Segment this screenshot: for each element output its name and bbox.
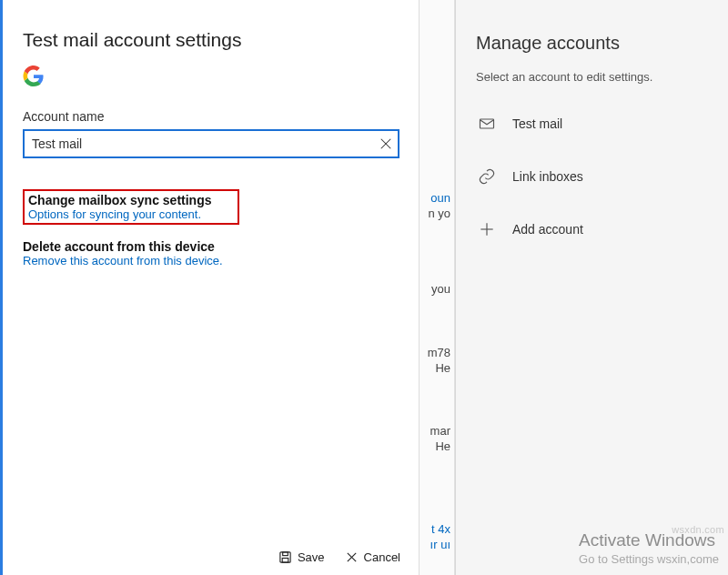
watermark-line1: Activate Windows [579,529,719,552]
cancel-icon [345,550,359,564]
manage-accounts-title: Manage accounts [476,33,712,54]
cancel-label: Cancel [364,550,400,564]
svg-rect-4 [282,558,288,562]
account-settings-panel: Test mail account settings Account name … [0,0,419,575]
save-icon [278,550,292,564]
sync-option-sub: Options for syncing your content. [28,207,234,221]
change-sync-settings-option[interactable]: Change mailbox sync settings Options for… [23,189,239,225]
plus-icon [478,220,496,238]
bg-item: mar He [430,424,450,455]
save-label: Save [298,550,325,564]
delete-account-option[interactable]: Delete account from this device Remove t… [23,239,400,267]
windows-activation-watermark: Activate Windows Go to Settings wsxin,co… [579,529,719,568]
account-name-input[interactable] [23,129,399,158]
google-logo-icon [23,66,45,87]
bg-item: t 4x ır uı [430,522,450,553]
mail-icon [478,115,496,133]
account-item-label: Test mail [512,116,562,131]
manage-accounts-sub: Select an account to edit settings. [476,70,712,84]
link-inboxes-label: Link inboxes [512,169,583,184]
save-button[interactable]: Save [278,550,325,564]
bg-item: m78 He [428,346,450,377]
panel-title: Test mail account settings [23,29,400,51]
add-account-label: Add account [512,222,583,237]
link-inboxes-item[interactable]: Link inboxes [476,156,712,197]
footer-actions: Save Cancel [278,550,400,564]
svg-rect-2 [280,552,290,562]
bg-item: oun n yo [428,191,450,222]
svg-rect-7 [480,119,494,128]
cancel-button[interactable]: Cancel [345,550,400,564]
watermark-line2: Go to Settings wsxin,come [579,551,719,568]
account-item-test-mail[interactable]: Test mail [476,104,712,144]
sync-option-title: Change mailbox sync settings [28,193,234,207]
svg-rect-3 [283,552,288,556]
manage-accounts-panel: Manage accounts Select an account to edi… [455,0,728,575]
clear-input-icon[interactable] [379,137,392,150]
link-icon [478,167,496,186]
delete-option-sub: Remove this account from this device. [23,254,400,267]
account-name-label: Account name [23,109,400,124]
bg-item: you [431,282,450,298]
background-message-list: oun n yo you m78 He mar He t 4x ır uı [419,0,455,575]
delete-option-title: Delete account from this device [23,239,400,254]
add-account-item[interactable]: Add account [476,209,712,249]
